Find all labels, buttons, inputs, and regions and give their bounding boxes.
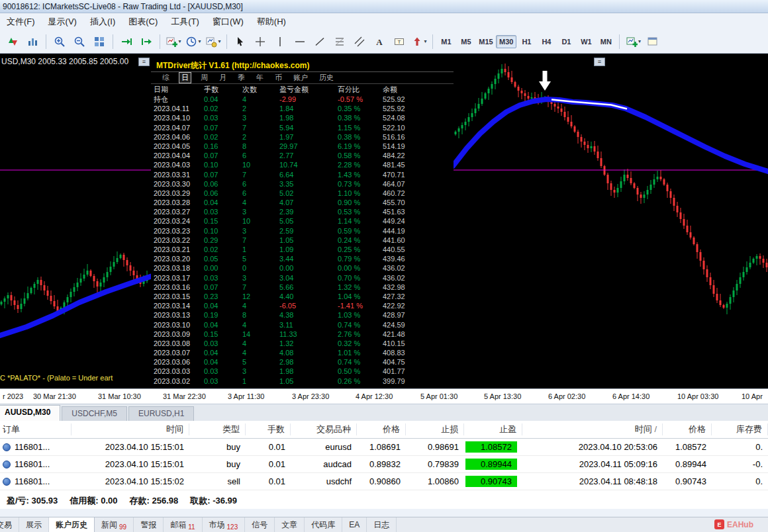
order-number: 116801... bbox=[15, 442, 50, 452]
timeframe-h4-button[interactable]: H4 bbox=[536, 35, 556, 48]
time-axis-label: 3 Apr 11:30 bbox=[228, 392, 264, 400]
terminal-tab-codebase[interactable]: 代码库 bbox=[305, 517, 342, 532]
toolbar-periods-icon[interactable]: ▾ bbox=[183, 33, 203, 50]
toolbar-window-list-icon[interactable] bbox=[643, 33, 663, 50]
stats-row: 2023.03.230.1032.590.59 %444.19 bbox=[154, 226, 454, 236]
menu-item-insert[interactable]: 插入(I) bbox=[83, 14, 122, 30]
terminal-tab-trade[interactable]: 交易 bbox=[0, 517, 19, 532]
stats-tab-3[interactable]: 月 bbox=[217, 73, 228, 83]
dropdown-caret-icon: ▾ bbox=[638, 38, 641, 44]
terminal-tab-ea[interactable]: EA bbox=[342, 517, 367, 532]
toolbar-new-order-icon[interactable] bbox=[3, 33, 23, 50]
stats-row: 2023.03.310.0776.641.43 %470.71 bbox=[154, 170, 454, 179]
stats-row: 2023.04.040.0762.770.58 %484.22 bbox=[154, 151, 454, 160]
chart-tab-1[interactable]: USDCHF,M5 bbox=[62, 406, 127, 421]
toolbar-add-chart-icon[interactable]: ▾ bbox=[623, 33, 643, 50]
stats-tab-7[interactable]: 账户 bbox=[291, 73, 310, 83]
history-col-header[interactable]: 价格 bbox=[663, 423, 712, 435]
timeframe-m1-button[interactable]: M1 bbox=[436, 35, 456, 48]
toolbar-new-chart-icon[interactable]: ▾ bbox=[164, 33, 183, 50]
eahub-label: EAHub bbox=[727, 520, 753, 529]
toolbar-trendline-icon[interactable] bbox=[310, 33, 330, 50]
ea-comment-text: C *PALATO* - (Palato = Under eart bbox=[0, 374, 113, 382]
terminal-tab-alerts[interactable]: 警报 bbox=[134, 517, 164, 532]
menu-item-file[interactable]: 文件(F) bbox=[0, 14, 42, 30]
terminal-tab-journal[interactable]: 日志 bbox=[367, 517, 397, 532]
toolbar-channel-icon[interactable] bbox=[350, 33, 369, 50]
timeframe-m30-button[interactable]: M30 bbox=[496, 35, 516, 48]
chart-menu-icon[interactable]: ≡ bbox=[594, 58, 605, 66]
history-col-header[interactable]: 手数 bbox=[246, 423, 291, 435]
stats-row: 2023.03.090.151411.332.76 %421.48 bbox=[154, 330, 454, 339]
down-arrow-annotation bbox=[539, 71, 551, 91]
history-col-header[interactable]: 止盈 bbox=[464, 423, 522, 435]
timeframe-d1-button[interactable]: D1 bbox=[556, 35, 576, 48]
toolbar-templates-icon[interactable]: ▾ bbox=[203, 33, 223, 50]
stats-row: 2023.04.110.0221.840.35 %525.92 bbox=[154, 104, 454, 113]
stats-tab-8[interactable]: 历史 bbox=[317, 73, 336, 83]
stats-tab-6[interactable]: 币 bbox=[273, 73, 284, 83]
summary-item: 存款: 256.98 bbox=[130, 495, 179, 509]
terminal-tab-market[interactable]: 市场123 bbox=[203, 517, 246, 532]
menu-item-window[interactable]: 窗口(W) bbox=[206, 14, 250, 30]
stats-tab-5[interactable]: 年 bbox=[254, 73, 265, 83]
menu-item-charts[interactable]: 图表(C) bbox=[122, 14, 164, 30]
terminal-tab-mailbox[interactable]: 邮箱11 bbox=[164, 517, 202, 532]
history-row[interactable]: 116801...2023.04.10 15:15:02sell0.01usdc… bbox=[0, 473, 768, 490]
take-profit-highlight: 1.08572 bbox=[465, 441, 517, 453]
toolbar-horizontal-line-icon[interactable] bbox=[290, 33, 310, 50]
history-row[interactable]: 116801...2023.04.10 15:15:01buy0.01eurus… bbox=[0, 439, 768, 456]
toolbar-fibonacci-icon[interactable] bbox=[330, 33, 350, 50]
stats-tab-4[interactable]: 季 bbox=[236, 73, 247, 83]
history-col-header[interactable]: 类型 bbox=[189, 423, 246, 435]
menu-item-tools[interactable]: 工具(T) bbox=[164, 14, 206, 30]
time-axis[interactable]: r 202330 Mar 21:3031 Mar 10:3031 Mar 22:… bbox=[0, 388, 768, 404]
stats-row: 2023.03.200.0553.440.79 %439.46 bbox=[154, 254, 454, 263]
terminal-tab-signals[interactable]: 信号 bbox=[245, 517, 275, 532]
toolbar-charts-profile-icon[interactable] bbox=[23, 33, 42, 50]
toolbar-vertical-line-icon[interactable] bbox=[270, 33, 290, 50]
toolbar-crosshair-icon[interactable] bbox=[250, 33, 270, 50]
timeframe-h1-button[interactable]: H1 bbox=[516, 35, 536, 48]
time-axis-label: 30 Mar 21:30 bbox=[33, 392, 76, 400]
toolbar-zoom-in-icon[interactable] bbox=[50, 33, 70, 50]
history-col-header[interactable]: 库存费 bbox=[712, 423, 768, 435]
menu-item-view[interactable]: 显示(V) bbox=[42, 14, 83, 30]
toolbar-zoom-out-icon[interactable] bbox=[70, 33, 89, 50]
toolbar-arrows-icon[interactable]: ▾ bbox=[409, 33, 429, 50]
toolbar-auto-scroll-icon[interactable] bbox=[117, 33, 136, 50]
toolbar-chart-shift-icon[interactable] bbox=[136, 33, 156, 50]
timeframe-m5-button[interactable]: M5 bbox=[456, 35, 476, 48]
history-col-header[interactable]: 交易品种 bbox=[291, 423, 357, 435]
toolbar-tile-windows-icon[interactable] bbox=[89, 33, 109, 50]
toolbar-cursor-icon[interactable] bbox=[230, 33, 250, 50]
toolbar-text-label-icon[interactable]: T bbox=[389, 33, 409, 50]
history-row[interactable]: 116801...2023.04.10 15:15:01buy0.01audca… bbox=[0, 456, 768, 473]
summary-item: 盈/亏: 305.93 bbox=[7, 495, 58, 509]
history-col-header[interactable]: 价格 bbox=[357, 423, 406, 435]
timeframe-mn-button[interactable]: MN bbox=[596, 35, 616, 48]
history-col-header[interactable]: 订单 bbox=[0, 423, 72, 435]
terminal-tab-exposure[interactable]: 展示 bbox=[19, 517, 49, 532]
terminal-tab-account-history[interactable]: 账户历史 bbox=[49, 517, 95, 532]
history-col-header[interactable]: 时间 / bbox=[522, 423, 663, 435]
toolbar-text-icon[interactable]: A bbox=[369, 33, 389, 50]
menu-bar: 文件(F)显示(V)插入(I)图表(C)工具(T)窗口(W)帮助(H) bbox=[0, 13, 768, 30]
eahub-logo-icon: E bbox=[714, 519, 724, 529]
stats-tab-1[interactable]: 日 bbox=[179, 72, 191, 83]
history-col-header[interactable]: 止损 bbox=[406, 423, 464, 435]
history-col-header[interactable]: 时间 bbox=[72, 423, 189, 435]
toolbar-separator bbox=[432, 34, 433, 49]
terminal-tab-articles[interactable]: 文章 bbox=[275, 517, 305, 532]
timeframe-w1-button[interactable]: W1 bbox=[576, 35, 596, 48]
terminal-tab-news[interactable]: 新闻99 bbox=[95, 517, 134, 532]
menu-item-help[interactable]: 帮助(H) bbox=[250, 14, 293, 30]
panel-collapse-icon[interactable]: ≡ bbox=[138, 58, 150, 66]
chart-area[interactable]: USD,M30 2005.33 2005.85 2005.00 ≡ ≡ C *P… bbox=[0, 54, 768, 388]
timeframe-m15-button[interactable]: M15 bbox=[476, 35, 496, 48]
chart-tab-0[interactable]: AUUSD,M30 bbox=[0, 405, 60, 421]
stats-tab-0[interactable]: 综 bbox=[160, 73, 171, 83]
stats-tab-2[interactable]: 周 bbox=[199, 73, 210, 83]
window-titlebar[interactable]: 90018612: ICMarketsSC-Live08 - Raw Tradi… bbox=[0, 0, 768, 13]
chart-tab-2[interactable]: EURUSD,H1 bbox=[128, 406, 194, 421]
